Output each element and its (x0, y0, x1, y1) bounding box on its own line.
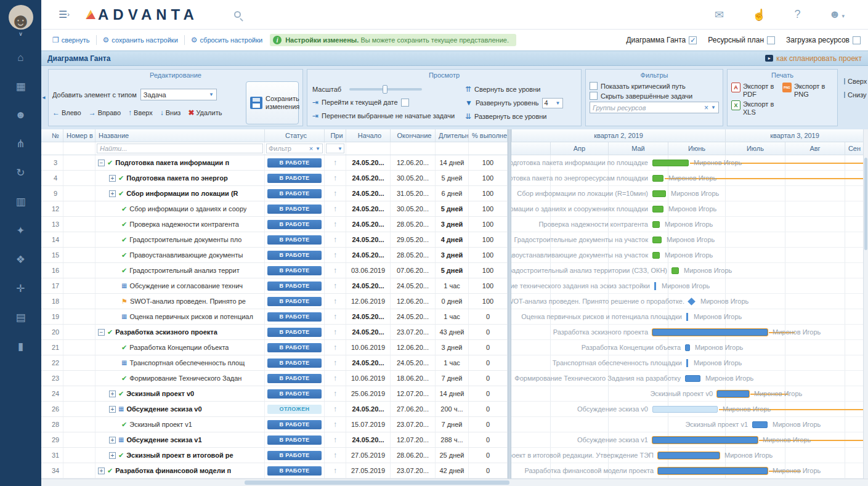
gantt-row[interactable]: Эскизный проект v0Миронов Игорь (511, 386, 863, 402)
gantt-row[interactable]: Градостроительный анализ территории (СЗЗ… (511, 263, 863, 278)
gantt-row[interactable]: Обсуждение и согласование технического з… (511, 278, 863, 294)
help-video-icon[interactable]: ▸ (765, 55, 773, 62)
table-row[interactable]: 4+✔Подготовка пакета по энергорВ РАБОТЕ↑… (41, 171, 508, 186)
priority-up-icon[interactable]: ↑ (333, 420, 337, 429)
status-badge[interactable]: В РАБОТЕ (267, 451, 322, 460)
gantt-row[interactable]: Сбор информации о зданиях и сооружениях … (511, 201, 863, 217)
gantt-bar[interactable] (652, 437, 758, 443)
table-row[interactable]: 23✔Формирование Технического ЗаданВ РАБО… (41, 371, 508, 386)
clear-filter-icon[interactable]: × (309, 145, 313, 152)
table-row[interactable]: 26+▦Обсуждение эскиза v0ОТЛОЖЕН↑24.05.20… (41, 402, 508, 417)
gantt-row[interactable]: SWOT-анализ проведен. Принято решение о … (511, 294, 863, 309)
table-row[interactable]: 9+✔Сбор информации по локации (RВ РАБОТЕ… (41, 186, 508, 201)
move-down-button[interactable]: ↓Вниз (160, 108, 181, 117)
user-avatar[interactable]: ☻ (9, 5, 33, 30)
priority-up-icon[interactable]: ↑ (333, 343, 337, 352)
status-badge[interactable]: В РАБОТЕ (267, 205, 322, 214)
sidebar-item-administration[interactable]: ✛ (16, 282, 25, 295)
status-badge[interactable]: В РАБОТЕ (267, 281, 322, 291)
table-row[interactable]: 14✔Градостроительные документы плоВ РАБО… (41, 232, 508, 248)
table-row[interactable]: 29+▦Обсуждение эскиза v1В РАБОТЕ↑24.05.2… (41, 432, 508, 448)
table-row[interactable]: 31+✔Эскизный проект в итоговой реВ РАБОТ… (41, 448, 508, 463)
gantt-row[interactable]: Обсуждение эскиза v0Миронов Игорь (511, 402, 863, 417)
move-left-button[interactable]: ←Влево (52, 108, 81, 117)
save-settings-button[interactable]: ⚙ сохранить настройки (103, 36, 178, 44)
gantt-row[interactable]: Правоустанавливающие документы на участо… (511, 248, 863, 263)
status-badge[interactable]: ОТЛОЖЕН (267, 405, 322, 414)
gantt-bar[interactable] (717, 391, 749, 397)
column-header[interactable]: Статус (265, 129, 325, 142)
vertical-scrollbar[interactable] (863, 129, 868, 479)
gantt-row[interactable]: Эскизный проект v1Миронов Игорь (511, 417, 863, 432)
table-row[interactable]: 15✔Правоустанавливающие документыВ РАБОТ… (41, 248, 508, 263)
checkbox-unchecked-icon[interactable] (767, 36, 775, 44)
column-header[interactable]: Длительн (436, 129, 469, 142)
delete-button[interactable]: ✖Удалить (188, 108, 222, 117)
scale-slider[interactable] (349, 88, 422, 91)
gantt-row[interactable]: Эскизный проект в итоговой редакции. Утв… (511, 448, 863, 463)
expand-icon[interactable]: + (109, 406, 116, 413)
checkbox-unchecked-icon[interactable] (853, 36, 861, 44)
priority-up-icon[interactable]: ↑ (333, 281, 337, 290)
status-badge[interactable]: В РАБОТЕ (267, 328, 322, 337)
table-row[interactable]: 22▦Транспортная обеспеченность площВ РАБ… (41, 355, 508, 371)
clear-icon[interactable]: × (704, 103, 708, 112)
expand-icon[interactable]: + (109, 452, 116, 459)
sidebar-item-processes[interactable]: ↻ (16, 166, 25, 179)
status-badge[interactable]: В РАБОТЕ (267, 297, 322, 306)
avatar-chevron-icon[interactable]: ∨ (18, 31, 23, 37)
expand-level-row[interactable]: ▼ Развернуть уровень 4▼ (465, 98, 576, 108)
milestone-icon[interactable] (688, 298, 696, 306)
table-row[interactable]: 34+✔Разработка финансовой модели пВ РАБО… (41, 463, 508, 479)
gantt-bar[interactable] (652, 237, 662, 243)
sidebar-item-home[interactable]: ⌂ (17, 52, 23, 64)
column-header[interactable]: Номер в (63, 129, 95, 142)
horizontal-scrollbar-thumb[interactable] (245, 480, 509, 485)
gantt-row[interactable]: Обсуждение эскиза v1Миронов Игорь (511, 432, 863, 448)
horizontal-scrollbar[interactable] (41, 479, 868, 486)
position-bottom-option[interactable]: Снизу (844, 91, 864, 99)
slider-thumb[interactable] (383, 85, 387, 94)
vertical-scrollbar-thumb[interactable] (864, 158, 867, 250)
priority-up-icon[interactable]: ↑ (333, 312, 337, 321)
help-icon[interactable]: ? (795, 8, 801, 21)
expand-icon[interactable]: + (109, 175, 116, 182)
table-row[interactable]: 28✔Эскизный проект v1В РАБОТЕ↑15.07.2019… (41, 417, 508, 432)
priority-up-icon[interactable]: ↑ (333, 405, 337, 413)
status-badge[interactable]: В РАБОТЕ (267, 389, 322, 399)
gantt-tick[interactable] (686, 359, 688, 367)
table-row[interactable]: 20−✔Разработка эскизного проектаВ РАБОТЕ… (41, 325, 508, 340)
view-toggle[interactable]: Ресурсный план (708, 36, 775, 44)
table-row[interactable]: 17▦Обсуждение и согласование техничВ РАБ… (41, 278, 508, 294)
collapse-panel-button[interactable]: ❐ свернуть (52, 36, 90, 44)
column-header[interactable]: При (325, 129, 346, 142)
gantt-bar[interactable] (658, 452, 720, 459)
toolbar-collapse-arrow[interactable]: ◄ (41, 68, 46, 128)
export-xls-button[interactable]: X Экспорт в XLS (731, 100, 782, 116)
gantt-row[interactable]: Сбор информации по локации (R=10мин)Миро… (511, 186, 863, 201)
view-toggle[interactable]: Диаграмма Ганта✓ (626, 36, 697, 44)
status-badge[interactable]: В РАБОТЕ (267, 435, 322, 445)
move-right-button[interactable]: →Вправо (89, 108, 121, 117)
move-up-button[interactable]: ↑Вверх (128, 108, 153, 117)
gantt-bar[interactable] (685, 375, 700, 382)
search-input[interactable] (97, 144, 263, 153)
gantt-tick[interactable] (654, 282, 656, 290)
table-row[interactable]: 3−✔Подготовка пакета информации пВ РАБОТ… (41, 155, 508, 171)
hide-completed-checkbox[interactable] (590, 92, 598, 100)
priority-up-icon[interactable]: ↑ (333, 174, 337, 182)
gantt-row[interactable]: Градостроительные документы на участокМи… (511, 232, 863, 248)
gantt-bar[interactable] (652, 406, 718, 413)
table-row[interactable]: 21✔Разработка Концепции объектаВ РАБОТЕ↑… (41, 340, 508, 355)
profile-icon[interactable]: ☻▾ (829, 8, 845, 21)
gantt-bar[interactable] (671, 267, 679, 274)
goto-today-checkbox[interactable] (401, 99, 409, 107)
column-header[interactable]: Окончание (391, 129, 436, 142)
move-unstarted-button[interactable]: ⇥ Перенести выбранные не начатые задачи (312, 111, 465, 120)
gantt-row[interactable]: Разработка финансовой модели проектаМиро… (511, 463, 863, 479)
status-badge[interactable]: В РАБОТЕ (267, 174, 322, 183)
gantt-row[interactable]: Разработка Концепции объектаМиронов Игор… (511, 340, 863, 355)
element-type-select[interactable]: Задача▼ (140, 89, 217, 100)
resource-groups-select[interactable]: Группы ресурсов × ▼ (590, 102, 719, 113)
gantt-bar[interactable] (658, 468, 768, 474)
